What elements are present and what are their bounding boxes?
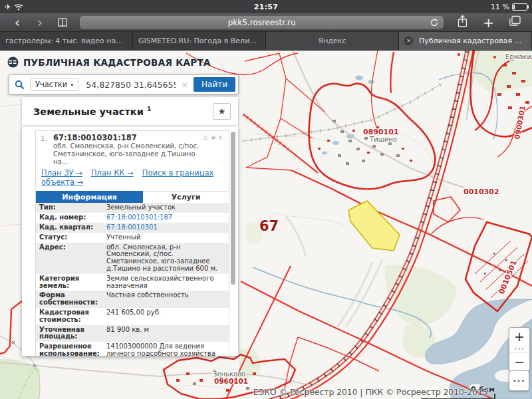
ellipsis-icon: ••• [513, 378, 525, 384]
tab-yandex[interactable]: Яндекс [266, 32, 399, 50]
url-text: pkk5.rosreestr.ru [228, 18, 296, 27]
result-index: 1. [41, 134, 53, 166]
star-icon: ★ [218, 106, 226, 116]
table-row: Форма собственности:Частная собственност… [36, 291, 229, 308]
tab-gastrolery[interactable]: гастролеры: 4 тыс. видео найдено... [0, 32, 133, 50]
quarter-label-0960101: 0960101 [214, 377, 248, 385]
tab-services[interactable]: Услуги [143, 191, 229, 203]
status-right: 11 % [491, 0, 527, 13]
search-bar: Участки ▾ 54,827850 31,645655 × Найти [9, 74, 239, 94]
panel-title: Земельные участки 1 [33, 106, 213, 117]
zoom-dots-icon: ••• [509, 346, 529, 353]
tab-information[interactable]: Информация [36, 191, 143, 203]
table-row: Кадастровая стоимость:241 605,00 руб. [36, 308, 229, 325]
village-label-ermaki: Ермаки [505, 53, 531, 61]
cadastral-number: 67:18:0010301:187 [53, 134, 203, 142]
map-more-button[interactable]: ••• [509, 370, 529, 391]
quarter-label-0010302: 0010302 [464, 188, 499, 196]
table-row: Кад. номер:67:18:0010301:187 [36, 213, 229, 223]
table-row: Тип:Земельный участок [36, 203, 229, 213]
bookmarks-icon[interactable] [57, 17, 68, 28]
detail-tabs: Информация Услуги [36, 191, 229, 203]
result-count: 1 [147, 106, 151, 112]
results-panel: 1. 67:18:0010301:187 обл. Смоленская, р-… [22, 126, 238, 356]
search-category-dropdown[interactable]: Участки ▾ [30, 78, 78, 91]
rosreestr-logo-icon [7, 57, 19, 68]
search-icon [15, 80, 25, 90]
tabs-overview-icon[interactable] [509, 15, 521, 29]
cad-quarter-link[interactable]: 67:18:0010301 [106, 224, 225, 231]
share-icon[interactable] [457, 15, 468, 31]
parcel-card-header: 1. 67:18:0010301:187 обл. Смоленская, р-… [36, 131, 229, 167]
card-action-icons: ⚠★∧ [203, 134, 225, 166]
map-attribution: ЕЭКО © Росреестр 2010 | ПКК © Росреестр … [253, 388, 488, 397]
attributes-table: Тип:Земельный участок Кад. номер:67:18:0… [36, 203, 229, 356]
cad-number-link[interactable]: 67:18:0010301:187 [106, 214, 225, 221]
clear-search-icon[interactable]: × [181, 80, 188, 90]
tab-cadastral-map[interactable]: ✕ Публичная кадастровая карта [399, 32, 532, 50]
table-row: Кад. квартал:67:18:0010301 [36, 223, 229, 233]
tab-gismeteo[interactable]: GISMETEO.RU: Погода в Велиже н... [133, 32, 266, 50]
zoom-out-button[interactable]: − [509, 353, 529, 371]
table-row: Категория земель:Земли сельскохозяйствен… [36, 274, 229, 291]
site-title: ПУБЛИЧНАЯ КАДАСТРОВАЯ КАРТА [23, 57, 211, 68]
tab-bar: гастролеры: 4 тыс. видео найдено... GISM… [0, 32, 532, 51]
close-tab-icon[interactable]: ✕ [404, 37, 413, 45]
table-row: Статус:Учтенный [36, 233, 229, 243]
table-row: Уточненная площадь:81 900 кв. м [36, 325, 229, 342]
panel-scrollbar[interactable] [231, 132, 235, 285]
plan-zu-link[interactable]: План ЗУ → [41, 168, 82, 178]
collapse-icon[interactable]: ∧ [218, 134, 225, 141]
toolbar-right: + [457, 15, 521, 31]
forward-button[interactable]: › [33, 15, 47, 31]
new-tab-button[interactable]: + [483, 16, 494, 29]
page-content: 67 0890101 Тишино 0010302 0900301 001050… [0, 50, 532, 399]
zoom-in-button[interactable]: + [509, 328, 529, 346]
plan-kk-link[interactable]: План КК → [91, 168, 134, 178]
region-code-label: 67 [259, 218, 279, 234]
find-button[interactable]: Найти [194, 77, 235, 92]
table-row: Разрешенное использование:141003000000 Д… [36, 342, 229, 356]
clock: 21:57 [0, 3, 532, 11]
browser-toolbar: ‹ › pkk5.rosreestr.ru + [0, 13, 532, 32]
results-panel-header: Земельные участки 1 ★ [22, 97, 238, 126]
chevron-down-icon: ▾ [70, 82, 73, 88]
parcel-address-line2: Сметанинское, юго-западнее д.Тишино на..… [53, 150, 203, 166]
reload-icon[interactable] [430, 18, 439, 27]
parcel-links: План ЗУ →План КК →Поиск в границах объек… [36, 167, 229, 190]
ipad-screen: ✈ 21:57 11 % ‹ › pkk5.rosreestr.ru [0, 0, 532, 399]
site-header: ПУБЛИЧНАЯ КАДАСТРОВАЯ КАРТА [7, 57, 211, 68]
warning-icon[interactable]: ⚠ [203, 134, 211, 141]
search-input[interactable]: 54,827850 31,645655 [78, 80, 176, 90]
parcel-address-line1: обл. Смоленская, р-н Смоленский, с/пос. [53, 142, 203, 150]
star-small-icon[interactable]: ★ [211, 134, 219, 141]
parcel-card: 1. 67:18:0010301:187 обл. Смоленская, р-… [35, 130, 229, 356]
battery-icon [512, 3, 527, 11]
back-button[interactable]: ‹ [11, 15, 24, 31]
map-zoom-control: + ••• − [509, 327, 530, 372]
table-row: Адрес:обл. Смоленская, р-н Смоленский, с… [36, 243, 229, 274]
favorite-button[interactable]: ★ [213, 103, 231, 120]
battery-percent: 11 % [491, 3, 509, 11]
status-bar: ✈ 21:57 11 % [0, 0, 532, 13]
village-label-tishino: Тишино [369, 136, 397, 143]
url-bar[interactable]: pkk5.rosreestr.ru [80, 16, 444, 29]
